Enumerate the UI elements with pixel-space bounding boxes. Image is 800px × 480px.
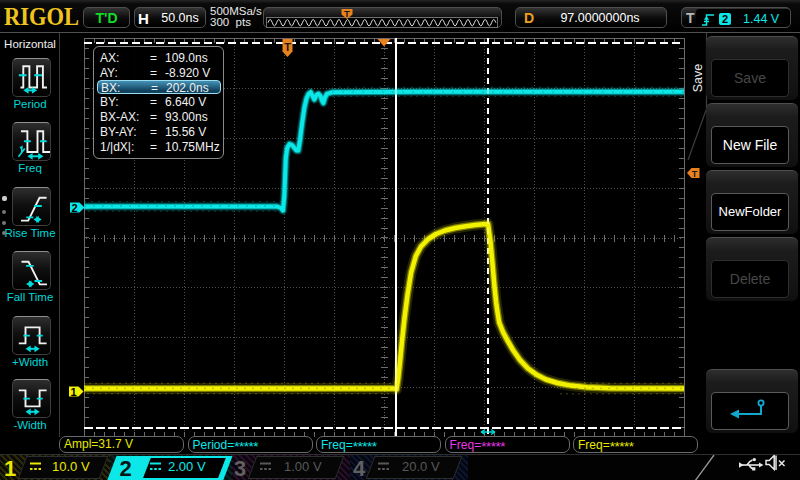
svg-text:T: T	[344, 8, 350, 19]
svg-text:1: 1	[70, 386, 76, 398]
svg-text:2: 2	[71, 202, 77, 214]
svg-text:T: T	[284, 41, 291, 53]
